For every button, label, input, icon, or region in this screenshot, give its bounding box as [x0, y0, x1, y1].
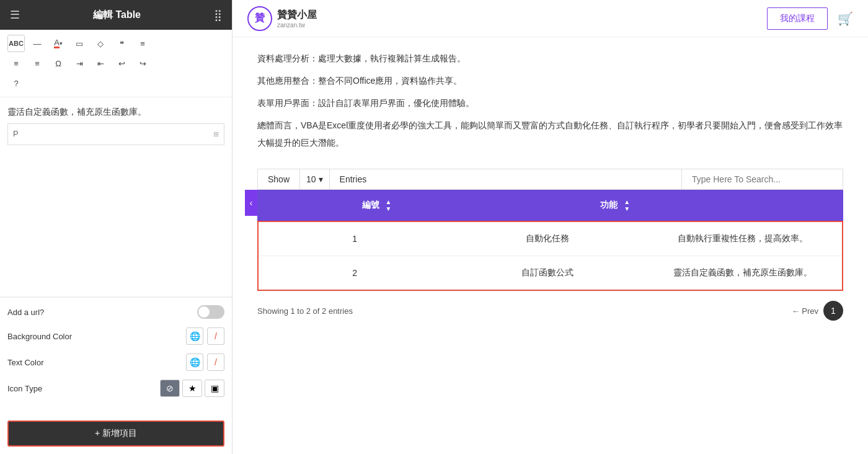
article-line-4: 總體而言，VBA是Excel重度使用者必學的強大工具，能夠以簡單而又豐富的方式自…: [257, 117, 843, 151]
table-footer: Showing 1 to 2 of 2 entries ← Prev 1: [232, 291, 868, 331]
grid-icon[interactable]: ⣿: [214, 8, 222, 22]
image-icon-btn[interactable]: ▣: [205, 380, 224, 397]
article-body: 資料處理分析：處理大數據，執行複雜計算生成報告。 其他應用整合：整合不同Offi…: [232, 37, 868, 169]
text-format-btn[interactable]: ABC: [7, 35, 25, 52]
eraser-btn[interactable]: ◇: [92, 35, 109, 52]
sidebar-content: 靈活自定義函數，補充原生函數庫。 P ⊞: [0, 97, 232, 297]
star-icon-btn[interactable]: ★: [182, 380, 202, 397]
prev-button[interactable]: ← Prev: [792, 306, 818, 316]
article-line-1: 資料處理分析：處理大數據，執行複雜計算生成報告。: [257, 50, 843, 67]
entries-label: Entries: [330, 169, 377, 189]
add-item-button[interactable]: + 新增項目: [7, 421, 224, 447]
header-right: 我的課程 🛒: [767, 7, 853, 30]
format-select[interactable]: P ⊞: [7, 123, 224, 145]
sidebar-title: 編輯 Table: [93, 9, 141, 22]
url-toggle[interactable]: [197, 305, 224, 319]
icon-type-label: Icon Type: [7, 384, 42, 393]
quote-btn[interactable]: ❝: [113, 35, 130, 52]
text-color-controls: 🌐 /: [186, 354, 224, 371]
align-left-btn[interactable]: ≡: [7, 55, 25, 72]
bg-color-controls: 🌐 /: [186, 327, 224, 345]
indent-btn[interactable]: ⇥: [71, 55, 88, 72]
collapse-btn[interactable]: ‹: [245, 190, 257, 216]
sort-arrows-feature: ▲ ▼: [624, 198, 630, 212]
brand-name: 贊贊小屋: [277, 9, 317, 22]
icon-options: ⊘ ★ ▣: [160, 380, 224, 397]
brand-text: 贊贊小屋 zanzan.tw: [277, 9, 317, 29]
toggle-knob: [198, 306, 210, 318]
table-head: 編號 ▲ ▼ 功能 ▲ ▼: [257, 190, 843, 221]
undo-btn[interactable]: ↩: [113, 55, 130, 72]
add-url-row: Add a url?: [7, 305, 224, 319]
spacer: [376, 169, 681, 189]
col-desc-header: [735, 190, 843, 221]
text-color-label: Text Color: [7, 358, 44, 367]
help-btn[interactable]: ?: [7, 74, 25, 92]
cell-feature-2: 自訂函數公式: [451, 256, 644, 290]
toolbar: ABC — A ▾ ▭ ◇ ❝ ≡ ≡ ≡ Ω ⇥ ⇤ ↩ ↪ ?: [0, 30, 232, 97]
background-color-label: Background Color: [7, 332, 72, 341]
outdent-btn[interactable]: ⇤: [92, 55, 109, 72]
col-feature-header: 功能 ▲ ▼: [496, 190, 735, 221]
highlight-btn[interactable]: ▭: [71, 35, 88, 52]
showing-text: Showing 1 to 2 of 2 entries: [257, 306, 353, 316]
table-controls-container: Show 10 ▾ Entries: [232, 169, 868, 190]
search-input[interactable]: [681, 169, 843, 189]
hamburger-icon[interactable]: ☰: [10, 8, 20, 22]
content-text: 靈活自定義函數，補充原生函數庫。: [7, 105, 224, 118]
url-controls: [197, 305, 224, 319]
toolbar-row-3: ?: [7, 74, 224, 92]
cart-icon[interactable]: 🛒: [838, 11, 853, 26]
align-btn[interactable]: ≡: [134, 35, 151, 52]
align-center-btn[interactable]: ≡: [29, 55, 46, 72]
dash-btn[interactable]: —: [29, 35, 46, 52]
bg-globe-btn[interactable]: 🌐: [186, 327, 203, 345]
sidebar: ☰ 編輯 Table ⣿ ABC — A ▾ ▭ ◇ ❝ ≡ ≡ ≡ Ω ⇥ ⇤…: [0, 0, 232, 454]
article-line-3: 表單用戶界面：設計自訂表單用戶界面，優化使用體驗。: [257, 94, 843, 112]
table-body: 1 自動化任務 自動執行重複性任務，提高效率。 2 自訂函數公式 靈活自定義函數…: [259, 222, 842, 290]
show-label: Show: [258, 169, 300, 189]
table-header-row: 編號 ▲ ▼ 功能 ▲ ▼: [257, 190, 843, 221]
brand-logo: 贊 贊贊小屋 zanzan.tw: [247, 6, 317, 31]
page-number[interactable]: 1: [823, 301, 843, 321]
add-url-label: Add a url?: [7, 308, 44, 317]
text-globe-btn[interactable]: 🌐: [186, 354, 203, 371]
dropdown-icon: ▾: [319, 174, 323, 184]
dropdown-arrow-icon: ▾: [60, 40, 63, 47]
table-row: 2 自訂函數公式 靈活自定義函數，補充原生函數庫。: [259, 256, 842, 290]
cell-desc-1: 自動執行重複性任務，提高效率。: [644, 222, 842, 256]
main-content: 贊 贊贊小屋 zanzan.tw 我的課程 🛒 資料處理分析：處理大數據，執行複…: [232, 0, 868, 454]
sidebar-header: ☰ 編輯 Table ⣿: [0, 0, 232, 30]
background-color-row: Background Color 🌐 /: [7, 327, 224, 345]
my-course-button[interactable]: 我的課程: [767, 7, 828, 30]
data-table-body: 1 自動化任務 自動執行重複性任務，提高效率。 2 自訂函數公式 靈活自定義函數…: [259, 222, 842, 290]
text-color-row: Text Color 🌐 /: [7, 354, 224, 371]
expand-icon: ⊞: [213, 129, 219, 140]
toolbar-row-2: ≡ ≡ Ω ⇥ ⇤ ↩ ↪: [7, 55, 224, 72]
cell-id-2: 2: [259, 256, 451, 290]
font-color-icon: A: [54, 38, 60, 48]
cell-feature-1: 自動化任務: [451, 222, 644, 256]
no-icon-btn[interactable]: ⊘: [160, 380, 180, 397]
table-wrapper: ‹ 編號 ▲ ▼ 功能 ▲ ▼: [257, 190, 843, 291]
cell-desc-2: 靈活自定義函數，補充原生函數庫。: [644, 256, 842, 290]
col-id-header: 編號 ▲ ▼: [257, 190, 496, 221]
properties-section: Add a url? Background Color 🌐 / Text Col…: [0, 297, 232, 413]
table-body-wrapper: 1 自動化任務 自動執行重複性任務，提高效率。 2 自訂函數公式 靈活自定義函數…: [257, 221, 843, 291]
cell-id-1: 1: [259, 222, 451, 256]
text-slash-btn[interactable]: /: [207, 354, 224, 371]
table-row: 1 自動化任務 自動執行重複性任務，提高效率。: [259, 222, 842, 256]
article-line-2: 其他應用整合：整合不同Office應用，資料協作共享。: [257, 72, 843, 89]
bg-slash-btn[interactable]: /: [207, 327, 224, 345]
icon-type-row: Icon Type ⊘ ★ ▣: [7, 380, 224, 397]
sort-arrows-id: ▲ ▼: [385, 198, 391, 212]
entries-select[interactable]: 10 ▾: [300, 169, 330, 189]
toolbar-row-1: ABC — A ▾ ▭ ◇ ❝ ≡: [7, 35, 224, 52]
redo-btn[interactable]: ↪: [134, 55, 151, 72]
main-header: 贊 贊贊小屋 zanzan.tw 我的課程 🛒: [232, 0, 868, 37]
special-char-btn[interactable]: Ω: [50, 55, 67, 72]
brand-sub: zanzan.tw: [277, 22, 317, 29]
font-color-btn[interactable]: A ▾: [50, 35, 67, 52]
table-controls-row: Show 10 ▾ Entries: [257, 169, 843, 190]
data-table: 編號 ▲ ▼ 功能 ▲ ▼: [257, 190, 843, 221]
